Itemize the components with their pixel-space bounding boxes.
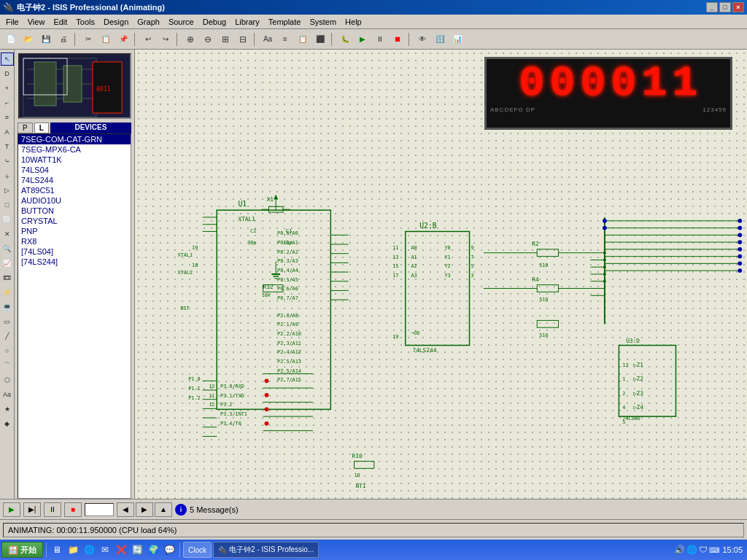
run-button[interactable]: ▶ bbox=[355, 31, 371, 47]
cut-button[interactable]: ✂ bbox=[80, 31, 96, 47]
probe-tool[interactable]: 🔍 bbox=[1, 242, 14, 255]
maximize-button[interactable]: □ bbox=[719, 2, 731, 12]
tab-p[interactable]: P bbox=[18, 122, 33, 133]
open-button[interactable]: 📂 bbox=[20, 31, 36, 47]
2d-poly-tool[interactable]: ⬡ bbox=[1, 373, 14, 386]
2d-box-tool[interactable]: ▭ bbox=[1, 315, 14, 328]
print-button[interactable]: 🖨 bbox=[55, 31, 71, 47]
pause-tb-button[interactable]: ⏸ bbox=[372, 31, 388, 47]
stop-tb-button[interactable]: ⏹ bbox=[390, 31, 406, 47]
device-item-5[interactable]: AT89C51 bbox=[18, 185, 131, 195]
label-tool[interactable]: A bbox=[1, 125, 14, 139]
junction-tool[interactable]: + bbox=[1, 82, 14, 95]
device-item-2[interactable]: 10WATT1K bbox=[18, 155, 131, 165]
device-item-3[interactable]: 74LS04 bbox=[18, 165, 131, 175]
device-item-8[interactable]: CRYSTAL bbox=[18, 216, 131, 226]
menu-file[interactable]: File bbox=[1, 16, 23, 28]
device-item-7[interactable]: BUTTON bbox=[18, 206, 131, 216]
text-tool[interactable]: T bbox=[1, 140, 14, 153]
ql-email[interactable]: ✉ bbox=[98, 542, 112, 557]
register-button[interactable]: 📊 bbox=[449, 31, 465, 47]
ql-refresh[interactable]: 🔄 bbox=[130, 542, 144, 557]
ql-folder[interactable]: 📁 bbox=[66, 542, 80, 557]
step-up-button[interactable]: ▲ bbox=[155, 502, 172, 517]
2d-line-tool[interactable]: ╱ bbox=[1, 330, 14, 343]
ql-chat[interactable]: 💬 bbox=[162, 542, 177, 557]
redo-button[interactable]: ↪ bbox=[158, 31, 174, 47]
undo-button[interactable]: ↩ bbox=[140, 31, 156, 47]
device-list[interactable]: 7SEG-COM-CAT-GRN 7SEG-MPX6-CA 10WATT1K 7… bbox=[18, 133, 131, 499]
play-button[interactable]: ▶ bbox=[3, 502, 20, 517]
2d-arc-tool[interactable]: ⌒ bbox=[1, 359, 14, 372]
menu-library[interactable]: Library bbox=[231, 16, 264, 28]
device-item-11[interactable]: [74LS04] bbox=[18, 246, 131, 257]
port-tool[interactable]: ▷ bbox=[1, 184, 14, 197]
bus-tool[interactable]: ≡ bbox=[1, 111, 14, 124]
menu-template[interactable]: Template bbox=[264, 16, 306, 28]
save-button[interactable]: 💾 bbox=[38, 31, 54, 47]
component-tool[interactable]: D bbox=[1, 67, 14, 80]
close-button[interactable]: × bbox=[732, 2, 744, 12]
zoom-fit-button[interactable]: ⊞ bbox=[217, 31, 233, 47]
menu-debug[interactable]: Debug bbox=[198, 16, 231, 28]
step-back-button[interactable]: ◀ bbox=[117, 502, 134, 517]
watch-button[interactable]: 👁 bbox=[414, 31, 430, 47]
virtual-tool[interactable]: 💻 bbox=[1, 300, 14, 314]
tab-l[interactable]: L bbox=[34, 122, 49, 133]
start-button[interactable]: 🪟 开始 bbox=[1, 542, 43, 558]
tape-tool[interactable]: 📼 bbox=[1, 271, 14, 284]
hierarchical-tool[interactable]: □ bbox=[1, 198, 14, 211]
menu-system[interactable]: System bbox=[305, 16, 341, 28]
power-tool[interactable]: ⏚ bbox=[1, 169, 14, 182]
schematic[interactable]: 0 0 0 0 1 1 ABCDEFG DP 123456 U1 bbox=[135, 50, 747, 499]
2d-circle-tool[interactable]: ○ bbox=[1, 344, 14, 357]
menu-graph[interactable]: Graph bbox=[133, 16, 164, 28]
debug-button[interactable]: 🐛 bbox=[337, 31, 353, 47]
stop-button[interactable]: ■ bbox=[64, 502, 82, 517]
zoom-in-button[interactable]: ⊕ bbox=[182, 31, 198, 47]
ql-browser[interactable]: 🌐 bbox=[82, 542, 96, 557]
symbol-tool[interactable]: ★ bbox=[1, 402, 14, 416]
marker-tool[interactable]: ✕ bbox=[1, 228, 14, 241]
device-item-10[interactable]: RX8 bbox=[18, 236, 131, 246]
generator-tool[interactable]: ⚡ bbox=[1, 286, 14, 299]
text2d-tool[interactable]: Aa bbox=[1, 388, 14, 401]
menu-source[interactable]: Source bbox=[164, 16, 198, 28]
menu-help[interactable]: Help bbox=[341, 16, 366, 28]
zoom-out-button[interactable]: ⊖ bbox=[200, 31, 216, 47]
thumbnail-panel[interactable]: 0011 bbox=[18, 53, 131, 119]
taskbar-clock-button[interactable]: Clock bbox=[183, 542, 212, 558]
canvas-area[interactable]: 0 0 0 0 1 1 ABCDEFG DP 123456 U1 bbox=[135, 50, 747, 499]
marker2-tool[interactable]: ◆ bbox=[1, 417, 14, 430]
netlist-button[interactable]: ≡ bbox=[277, 31, 293, 47]
section-tool[interactable]: ⬜ bbox=[1, 213, 14, 226]
pause-button[interactable]: ⏸ bbox=[44, 502, 61, 517]
menu-tools[interactable]: Tools bbox=[71, 16, 99, 28]
annotate-button[interactable]: Aa bbox=[260, 31, 276, 47]
step-button[interactable]: ▶| bbox=[23, 502, 41, 517]
device-item-0[interactable]: 7SEG-COM-CAT-GRN bbox=[18, 134, 131, 144]
menu-edit[interactable]: Edit bbox=[49, 16, 71, 28]
device-item-9[interactable]: PNP bbox=[18, 226, 131, 236]
new-button[interactable]: 📄 bbox=[3, 31, 19, 47]
bom-button[interactable]: 📋 bbox=[295, 31, 311, 47]
copy-button[interactable]: 📋 bbox=[98, 31, 114, 47]
device-item-4[interactable]: 74LS244 bbox=[18, 175, 131, 185]
device-item-12[interactable]: [74LS244] bbox=[18, 257, 131, 267]
select-tool[interactable]: ↖ bbox=[1, 52, 14, 66]
paste-button[interactable]: 📌 bbox=[115, 31, 131, 47]
pcb-button[interactable]: ⬛ bbox=[312, 31, 328, 47]
zoom-all-button[interactable]: ⊟ bbox=[235, 31, 251, 47]
device-item-1[interactable]: 7SEG-MPX6-CA bbox=[18, 144, 131, 155]
wire-tool[interactable]: ⌐ bbox=[1, 96, 14, 109]
minimize-button[interactable]: _ bbox=[706, 2, 718, 12]
step-input[interactable]: 0 bbox=[85, 503, 114, 516]
memory-button[interactable]: 🔢 bbox=[432, 31, 448, 47]
device-item-6[interactable]: AUDIO10U bbox=[18, 195, 131, 206]
ql-close[interactable]: ❌ bbox=[114, 542, 128, 557]
graph-tool[interactable]: 📈 bbox=[1, 257, 14, 270]
taskbar-isis-button[interactable]: 🔌 电子钟2 - ISIS Professio... bbox=[213, 542, 319, 558]
menu-view[interactable]: View bbox=[23, 16, 50, 28]
ql-ie[interactable]: 🖥 bbox=[50, 542, 64, 557]
ql-world[interactable]: 🌍 bbox=[146, 542, 160, 557]
